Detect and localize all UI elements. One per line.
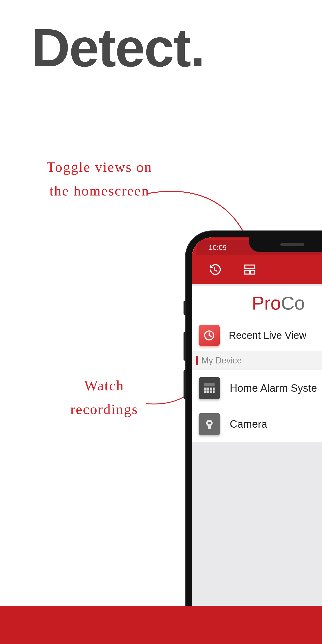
svg-rect-5 bbox=[204, 388, 206, 390]
svg-rect-4 bbox=[204, 383, 215, 386]
brand-part2: Co bbox=[281, 292, 305, 314]
phone-volume-down bbox=[184, 370, 186, 399]
svg-rect-10 bbox=[207, 390, 210, 393]
svg-rect-12 bbox=[213, 390, 215, 393]
brand-bar: ProCo bbox=[192, 286, 322, 320]
annotation-toggle-views: Toggle views on the homescreen bbox=[42, 155, 157, 203]
phone-volume-up bbox=[184, 332, 186, 360]
phone-mute-switch bbox=[184, 301, 186, 315]
svg-rect-0 bbox=[245, 265, 255, 268]
svg-rect-9 bbox=[204, 390, 206, 393]
device-row-camera[interactable]: Camera bbox=[192, 406, 322, 442]
annotation-watch-recordings: Watch recordings bbox=[59, 374, 150, 421]
svg-point-14 bbox=[208, 422, 210, 424]
status-time: 10:09 bbox=[209, 244, 227, 252]
svg-rect-7 bbox=[210, 388, 212, 390]
clock-icon bbox=[198, 325, 220, 346]
brand-part1: Pro bbox=[252, 292, 281, 314]
recent-live-view-row[interactable]: Recent Live View bbox=[192, 320, 322, 351]
camera-icon bbox=[198, 413, 220, 435]
my-device-label: My Device bbox=[202, 356, 242, 366]
footer-bar bbox=[0, 606, 322, 644]
recent-live-view-label: Recent Live View bbox=[229, 330, 306, 341]
phone-frame: 10:09 bbox=[186, 231, 322, 644]
toolbar bbox=[192, 255, 322, 284]
section-accent-bar bbox=[196, 356, 198, 365]
device-camera-label: Camera bbox=[230, 418, 268, 430]
my-device-header: My Device bbox=[192, 351, 322, 370]
history-icon[interactable] bbox=[209, 263, 222, 276]
phone-screen: 10:09 bbox=[192, 238, 322, 644]
svg-rect-11 bbox=[210, 390, 212, 393]
phone-notch bbox=[249, 238, 322, 252]
svg-rect-6 bbox=[207, 388, 210, 390]
device-alarm-label: Home Alarm Syste bbox=[230, 382, 317, 394]
device-row-alarm[interactable]: Home Alarm Syste bbox=[192, 370, 322, 406]
svg-rect-2 bbox=[250, 270, 255, 274]
svg-rect-1 bbox=[245, 270, 250, 274]
svg-rect-15 bbox=[208, 426, 211, 429]
phone-speaker bbox=[280, 243, 304, 246]
grid-view-icon[interactable] bbox=[243, 263, 256, 276]
page-headline: Detect. bbox=[31, 17, 204, 79]
keypad-icon bbox=[198, 377, 220, 399]
svg-rect-8 bbox=[213, 388, 215, 390]
device-list: Home Alarm Syste Camera bbox=[192, 370, 322, 442]
